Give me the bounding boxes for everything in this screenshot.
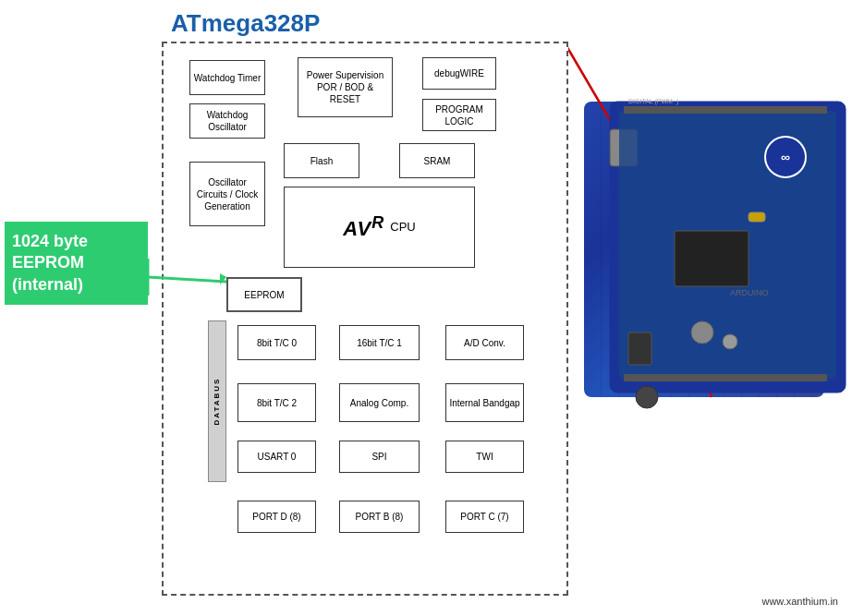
port-c-block: PORT C (7) — [445, 501, 524, 533]
spi-block: SPI — [339, 441, 420, 473]
avr-cpu-block: AVR CPU — [284, 187, 475, 268]
eeprom-callout-text: 1024 byte EEPROM (internal) — [7, 226, 145, 300]
watchdog-oscillator-block: Watchdog Oscillator — [189, 103, 265, 139]
eeprom-callout: 1024 byte EEPROM (internal) — [5, 222, 148, 305]
eeprom-block: EEPROM — [226, 277, 302, 312]
tc0-block: 8bit T/C 0 — [237, 325, 316, 360]
adc-block: A/D Conv. — [445, 325, 524, 360]
debugwire-block: debugWIRE — [422, 57, 496, 90]
page-title: ATmega328P — [171, 9, 320, 38]
flash-block: Flash — [284, 143, 359, 178]
tc1-block: 16bit T/C 1 — [339, 325, 420, 360]
sram-block: SRAM — [399, 143, 475, 178]
oscillator-block: Oscillator Circuits / Clock Generation — [189, 162, 265, 226]
program-logic-block: PROGRAM LOGIC — [422, 99, 496, 131]
watchdog-timer-block: Watchdog Timer — [189, 60, 265, 95]
internal-bandgap-block: Internal Bandgap — [445, 383, 524, 422]
chip-diagram: Watchdog Timer Watchdog Oscillator Power… — [162, 42, 568, 596]
usart-block: USART 0 — [237, 441, 316, 473]
power-supervision-block: Power Supervision POR / BOD & RESET — [298, 57, 393, 117]
arduino-photo — [584, 102, 824, 397]
tc2-block: 8bit T/C 2 — [237, 383, 316, 422]
twi-block: TWI — [445, 441, 524, 473]
analog-comp-block: Analog Comp. — [339, 383, 420, 422]
databus-label: DATABUS — [208, 320, 226, 482]
watermark: www.xanthium.in — [761, 596, 838, 607]
page-container: ATmega328P ∞ ARDUINO — [0, 0, 852, 616]
port-d-block: PORT D (8) — [237, 501, 316, 533]
port-b-block: PORT B (8) — [339, 501, 420, 533]
